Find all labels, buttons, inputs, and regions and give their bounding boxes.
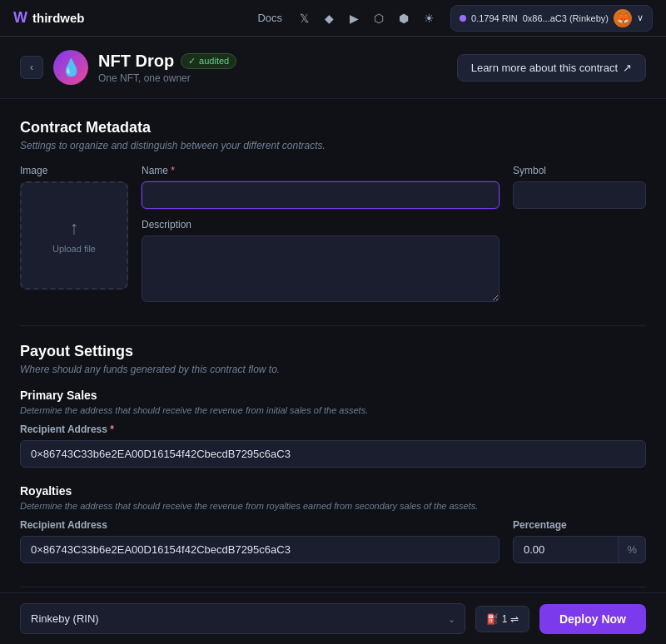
royalties-address-group: Recipient Address [20,519,500,563]
theme-icon[interactable]: ☀ [420,10,437,27]
divider-1 [20,325,646,326]
name-field-group: Name * [142,165,500,209]
network-select-wrapper: Rinkeby (RIN) Ethereum (ETH) Polygon (MA… [20,603,465,634]
wallet-avatar: 🦊 [614,9,632,27]
contract-metadata-subtitle: Settings to organize and distinguish bet… [20,140,646,151]
discord-icon[interactable]: ◆ [321,10,337,27]
deploy-label: Deploy Now [559,612,626,626]
upload-label: Upload file [52,244,96,254]
contract-title: NFT Drop [98,52,174,71]
primary-sales-subtitle: Determine the address that should receiv… [20,405,646,415]
social-icons: 𝕏 ◆ ▶ ⬡ ⬢ ☀ [296,10,437,27]
contract-title-group: NFT Drop ✓ audited One NFT, one owner [98,52,447,84]
contract-icon: 💧 [53,50,88,85]
royalties-title: Royalties [20,484,646,498]
primary-sales-title: Primary Sales [20,389,646,402]
wallet-balance: 0.1794 RIN [471,13,518,23]
github-icon[interactable]: ⬡ [370,10,387,27]
divider-2 [20,587,646,587]
percent-suffix: % [619,536,646,563]
external-link-icon: ↗ [623,62,632,74]
back-button[interactable]: ‹ [20,56,43,79]
description-label: Description [142,219,500,230]
learn-more-button[interactable]: Learn more about this contract ↗ [457,54,646,82]
percentage-input[interactable] [513,536,619,563]
payout-settings-title: Payout Settings [20,343,646,360]
contract-metadata-section: Contract Metadata Settings to organize a… [20,119,646,302]
deploy-button[interactable]: Deploy Now [539,604,646,634]
royalties-subsection: Royalties Determine the address that sho… [20,484,646,563]
royalties-recipient-input[interactable] [20,536,500,563]
youtube-icon[interactable]: ▶ [345,10,362,27]
royalties-recipient-label: Recipient Address [20,519,500,531]
recipient-address-label: Recipient Address * [20,424,646,435]
logo-w-icon: W [13,9,27,27]
name-label: Name * [142,165,500,176]
image-label: Image [20,165,128,176]
gas-label: 1 ⇌ [502,613,519,625]
contract-header: ‹ 💧 NFT Drop ✓ audited One NFT, one owne… [0,37,666,99]
gas-icon: ⛽ [486,613,499,625]
learn-more-label: Learn more about this contract [471,62,618,74]
gas-button[interactable]: ⛽ 1 ⇌ [475,606,529,632]
back-arrow-icon: ‹ [30,62,33,73]
percentage-input-group: % [513,536,646,563]
royalties-percentage-group: Percentage % [513,519,646,563]
image-group: Image ↑ Upload file [20,165,128,290]
name-description-group: Name * Description [142,165,500,302]
logo[interactable]: W thirdweb [13,9,85,27]
primary-sales-subsection: Primary Sales Determine the address that… [20,389,646,468]
top-navigation: W thirdweb Docs 𝕏 ◆ ▶ ⬡ ⬢ ☀ 0.1794 RIN 0… [0,0,666,37]
upload-box[interactable]: ↑ Upload file [20,181,128,290]
symbol-group: Symbol [513,165,646,209]
symbol-label: Symbol [513,165,646,176]
wallet-button[interactable]: 0.1794 RIN 0x86...aC3 (Rinkeby) 🦊 ∨ [450,5,653,32]
contract-title-row: NFT Drop ✓ audited [98,52,447,71]
metadata-form-row: Image ↑ Upload file Name * Description [20,165,646,302]
checkmark-icon: ✓ [188,56,196,67]
name-input[interactable] [142,181,500,209]
network-select[interactable]: Rinkeby (RIN) Ethereum (ETH) Polygon (MA… [20,603,465,634]
docs-link[interactable]: Docs [257,12,282,24]
primary-sales-recipient-input[interactable] [20,440,646,468]
nav-links: Docs [257,12,282,24]
payout-settings-section: Payout Settings Where should any funds g… [20,343,646,563]
contract-subtitle: One NFT, one owner [98,72,447,84]
audited-badge: ✓ audited [181,53,236,69]
symbol-input[interactable] [513,181,646,209]
bottom-bar: Rinkeby (RIN) Ethereum (ETH) Polygon (MA… [0,592,666,644]
twitter-icon[interactable]: 𝕏 [296,10,312,27]
audited-label: audited [199,56,229,66]
description-field-group: Description [142,219,500,302]
royalties-row: Recipient Address Percentage % [20,519,646,563]
wallet-dot [460,15,466,22]
upload-icon: ↑ [70,217,79,239]
percentage-label: Percentage [513,519,646,531]
contract-metadata-title: Contract Metadata [20,119,646,136]
form-content: Contract Metadata Settings to organize a… [0,99,666,593]
logo-text: thirdweb [32,11,85,25]
payout-settings-subtitle: Where should any funds generated by this… [20,364,646,375]
description-input[interactable] [142,235,500,302]
wallet-address: 0x86...aC3 (Rinkeby) [523,13,609,23]
eth-icon[interactable]: ⬢ [395,10,412,27]
wallet-chevron-icon: ∨ [637,12,644,23]
royalties-subtitle: Determine the address that should receiv… [20,501,646,511]
